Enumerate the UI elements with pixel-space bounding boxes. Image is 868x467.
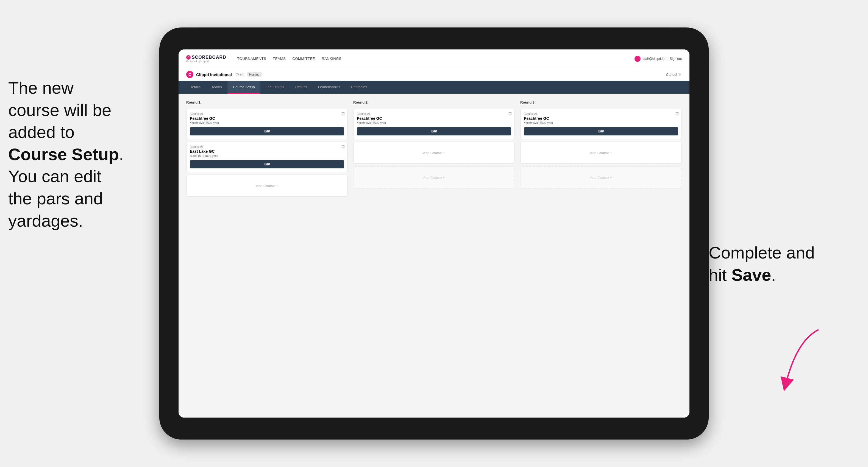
tab-results[interactable]: Results bbox=[290, 81, 313, 94]
round2-add-course-label: Add Course + bbox=[423, 151, 445, 155]
user-email: blair@clippd.io bbox=[643, 57, 664, 61]
tournament-badge: Hosting bbox=[247, 72, 261, 76]
round1-course-a-name: Peachtree GC bbox=[190, 116, 344, 121]
round1-course-b-name: East Lake GC bbox=[190, 149, 344, 154]
nav-committee[interactable]: COMMITTEE bbox=[292, 56, 315, 62]
round1-course-b-tees: Black (M) (6891 yds) bbox=[190, 154, 344, 157]
cancel-x-icon: ✕ bbox=[678, 72, 682, 77]
logo-c-icon: C bbox=[186, 55, 191, 60]
main-content: Round 1 ⊡ (Course A) Peachtree GC Yellow… bbox=[179, 94, 689, 417]
round2-add-course-disabled: Add Course + bbox=[353, 166, 515, 188]
round2-add-course-disabled-label: Add Course + bbox=[423, 176, 445, 180]
round1-add-course-label: Add Course + bbox=[256, 184, 278, 188]
round3-course-a-card: ⊡ (Course A) Peachtree GC Yellow (M) (66… bbox=[520, 109, 682, 139]
tab-course-setup[interactable]: Course Setup bbox=[227, 81, 260, 94]
tournament-bar: C Clippd Invitational (Men) Hosting Canc… bbox=[179, 68, 689, 81]
nav-rankings[interactable]: RANKINGS bbox=[322, 56, 341, 62]
nav-right: blair@clippd.io | Sign out bbox=[634, 56, 682, 62]
tab-printables[interactable]: Printables bbox=[346, 81, 372, 94]
tab-teams[interactable]: Teams bbox=[206, 81, 227, 94]
top-nav: C SCOREBOARD Powered by clippd TOURNAMEN… bbox=[179, 50, 689, 68]
cancel-button[interactable]: Cancel ✕ bbox=[666, 72, 682, 77]
round2-course-a-name: Peachtree GC bbox=[357, 116, 511, 121]
round3-course-a-remove[interactable]: ⊡ bbox=[676, 111, 679, 116]
round-2-column: Round 2 ⊡ (Course A) Peachtree GC Yellow… bbox=[353, 100, 515, 197]
rounds-grid: Round 1 ⊡ (Course A) Peachtree GC Yellow… bbox=[186, 100, 682, 197]
tournament-name: Clippd Invitational bbox=[196, 72, 232, 77]
round1-course-b-remove[interactable]: ⊡ bbox=[341, 144, 345, 149]
avatar bbox=[634, 56, 641, 62]
nav-teams[interactable]: TEAMS bbox=[273, 56, 286, 62]
round3-add-course-disabled-label: Add Course + bbox=[590, 176, 612, 180]
tournament-info: C Clippd Invitational (Men) Hosting bbox=[186, 71, 262, 78]
round-1-label: Round 1 bbox=[186, 100, 348, 104]
round2-add-course-button[interactable]: Add Course + bbox=[353, 142, 515, 164]
round3-course-a-tees: Yellow (M) (6629 yds) bbox=[524, 121, 678, 124]
tournament-type: (Men) bbox=[236, 72, 244, 76]
round1-course-a-remove[interactable]: ⊡ bbox=[341, 111, 345, 116]
round2-course-a-tag: (Course A) bbox=[357, 112, 511, 115]
round1-course-b-tag: (Course B) bbox=[190, 145, 344, 148]
round1-course-a-card: ⊡ (Course A) Peachtree GC Yellow (M) (66… bbox=[186, 109, 348, 139]
left-annotation: The new course will be added to Course S… bbox=[8, 77, 162, 232]
sub-tabs: Details Teams Course Setup Tee Groups Re… bbox=[179, 81, 689, 94]
round1-course-b-card: ⊡ (Course B) East Lake GC Black (M) (689… bbox=[186, 142, 348, 172]
nav-tournaments[interactable]: TOURNAMENTS bbox=[237, 56, 267, 62]
sign-out-link[interactable]: Sign out bbox=[670, 57, 682, 61]
right-annotation: Complete and hit Save. bbox=[709, 242, 846, 286]
nav-links: TOURNAMENTS TEAMS COMMITTEE RANKINGS bbox=[237, 56, 626, 62]
tablet-device: C SCOREBOARD Powered by clippd TOURNAMEN… bbox=[159, 28, 709, 439]
round3-course-a-name: Peachtree GC bbox=[524, 116, 678, 121]
tournament-logo-icon: C bbox=[186, 71, 193, 78]
round1-course-a-tag: (Course A) bbox=[190, 112, 344, 115]
round-1-column: Round 1 ⊡ (Course A) Peachtree GC Yellow… bbox=[186, 100, 348, 197]
round1-course-b-edit-button[interactable]: Edit bbox=[190, 160, 344, 168]
round3-course-a-tag: (Course A) bbox=[524, 112, 678, 115]
tab-leaderboards[interactable]: Leaderboards bbox=[313, 81, 346, 94]
round-3-column: Round 3 ⊡ (Course A) Peachtree GC Yellow… bbox=[520, 100, 682, 197]
round3-add-course-button[interactable]: Add Course + bbox=[520, 142, 682, 164]
round2-course-a-card: ⊡ (Course A) Peachtree GC Yellow (M) (66… bbox=[353, 109, 515, 139]
round3-course-a-edit-button[interactable]: Edit bbox=[524, 127, 678, 135]
round3-add-course-label: Add Course + bbox=[590, 151, 612, 155]
round3-add-course-disabled: Add Course + bbox=[520, 166, 682, 188]
tab-tee-groups[interactable]: Tee Groups bbox=[260, 81, 290, 94]
round2-course-a-edit-button[interactable]: Edit bbox=[357, 127, 511, 135]
scoreboard-logo: C SCOREBOARD Powered by clippd bbox=[186, 55, 226, 63]
tablet-screen: C SCOREBOARD Powered by clippd TOURNAMEN… bbox=[179, 50, 689, 417]
round1-course-a-tees: Yellow (M) (6629 yds) bbox=[190, 121, 344, 124]
tab-details[interactable]: Details bbox=[184, 81, 206, 94]
arrow-right-indicator bbox=[742, 324, 824, 393]
round2-course-a-tees: Yellow (M) (6629 yds) bbox=[357, 121, 511, 124]
round2-course-a-remove[interactable]: ⊡ bbox=[508, 111, 512, 116]
round-3-label: Round 3 bbox=[520, 100, 682, 104]
round1-add-course-button[interactable]: Add Course + bbox=[186, 175, 348, 197]
round-2-label: Round 2 bbox=[353, 100, 515, 104]
round1-course-a-edit-button[interactable]: Edit bbox=[190, 127, 344, 135]
